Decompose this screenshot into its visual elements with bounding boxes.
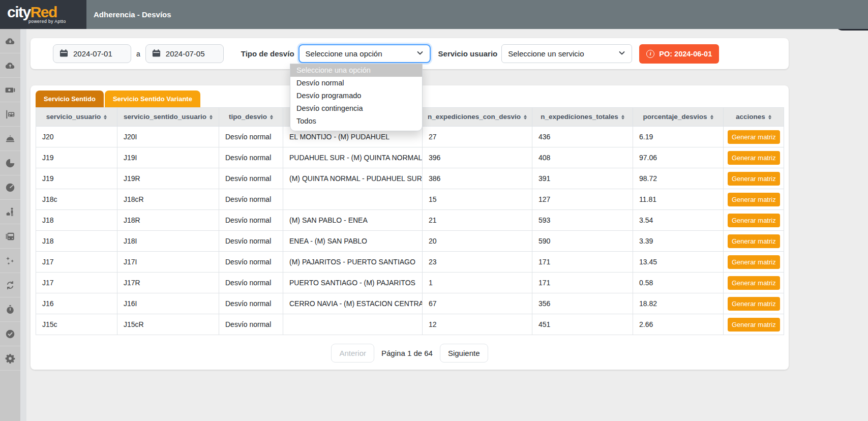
generar-matriz-button[interactable]: Generar matriz — [728, 130, 780, 144]
prev-page-button[interactable]: Anterior — [331, 344, 374, 363]
generar-matriz-button[interactable]: Generar matriz — [728, 255, 780, 269]
sidebar-item-worker[interactable] — [0, 200, 20, 224]
sidebar-item-sparkles[interactable] — [0, 249, 20, 273]
table-cell: 356 — [532, 293, 633, 314]
sidebar-item-sync[interactable] — [0, 273, 20, 297]
table-cell: J16 — [36, 293, 117, 314]
sparkles-icon — [5, 255, 16, 266]
generar-matriz-button[interactable]: Generar matriz — [728, 297, 780, 311]
brand-name: cityRed — [7, 5, 86, 19]
table-cell: 391 — [532, 168, 633, 189]
pagination: Anterior Página 1 de 64 Siguiente — [36, 344, 784, 363]
check-circle-icon — [5, 328, 16, 340]
sort-icon — [104, 113, 107, 122]
desvios-table: servicio_usuarioservicio_sentido_usuario… — [36, 107, 784, 335]
table-cell: 6.19 — [633, 127, 724, 147]
tab-servicio-sentido-variante[interactable]: Servicio Sentido Variante — [105, 91, 200, 107]
sidebar-item-gear[interactable] — [0, 346, 20, 371]
dropdown-option[interactable]: Desvío programado — [290, 89, 422, 102]
table-cell: 0.58 — [633, 273, 724, 293]
table-cell: J18 — [36, 231, 117, 252]
gear-icon — [5, 353, 16, 364]
sidebar-item-gauge[interactable] — [0, 175, 20, 200]
po-badge[interactable]: i PO: 2024-06-01 — [639, 44, 719, 64]
tipo-desvio-label: Tipo de desvío — [241, 49, 294, 58]
table-cell: 11.81 — [633, 189, 724, 210]
column-header-porcentaje_desvios[interactable]: porcentaje_desvios — [633, 108, 724, 127]
bus-stop-icon — [5, 109, 16, 120]
sidebar-item-bus[interactable] — [0, 224, 20, 249]
table-cell: 436 — [532, 127, 633, 147]
table-row: J18J18IDesvío normalENEA - (M) SAN PABLO… — [36, 231, 784, 252]
sidebar-item-check-circle[interactable] — [0, 322, 20, 346]
table-cell: J17 — [36, 273, 117, 293]
next-page-button[interactable]: Siguiente — [440, 344, 488, 363]
sort-icon — [524, 113, 527, 122]
dropdown-option[interactable]: Seleccione una opción — [290, 64, 422, 77]
sort-icon — [768, 113, 771, 122]
table-cell: J20I — [117, 127, 219, 147]
date-to-input[interactable]: 2024-07-05 — [145, 44, 224, 63]
dropdown-option[interactable]: Desvío contingencia — [290, 102, 422, 115]
table-cell: J15c — [36, 314, 117, 335]
table-cell: (M) PAJARITOS - PUERTO SANTIAGO — [283, 252, 423, 273]
table-cell-acciones: Generar matriz — [724, 210, 784, 231]
sidebar-item-stopwatch[interactable] — [0, 297, 20, 322]
generar-matriz-button[interactable]: Generar matriz — [728, 234, 780, 248]
table-cell: PUERTO SANTIAGO - (M) PAJARITOS — [283, 273, 423, 293]
sidebar-item-bus-stop[interactable] — [0, 102, 20, 127]
column-header-servicio_sentido_usuario[interactable]: servicio_sentido_usuario — [117, 108, 219, 127]
sidebar-item-pie-chart[interactable] — [0, 151, 20, 175]
chevron-down-icon — [618, 49, 625, 58]
table-row: J18cJ18cRDesvío normal1512711.81Generar … — [36, 189, 784, 210]
table-cell: 3.39 — [633, 231, 724, 252]
bus-icon — [5, 231, 16, 242]
sidebar-item-cloud-download[interactable] — [0, 29, 20, 53]
table-cell: 13.45 — [633, 252, 724, 273]
info-icon: i — [646, 50, 654, 58]
sort-icon — [209, 113, 213, 122]
table-cell: (M) SAN PABLO - ENEA — [283, 210, 423, 231]
calendar-icon — [152, 49, 161, 59]
scrollbar[interactable] — [20, 29, 26, 421]
sidebar-item-money[interactable] — [0, 78, 20, 102]
table-cell: J18c — [36, 189, 117, 210]
dropdown-option[interactable]: Todos — [290, 115, 422, 128]
page-title: Adherencia - Desvíos — [94, 10, 171, 19]
cloud-upload-icon — [5, 60, 16, 71]
date-from-input[interactable]: 2024-07-01 — [53, 44, 131, 63]
table-cell: 3.54 — [633, 210, 724, 231]
table-cell: Desvío normal — [219, 127, 283, 147]
column-header-tipo_desvio[interactable]: tipo_desvio — [219, 108, 283, 127]
generar-matriz-button[interactable]: Generar matriz — [728, 193, 780, 206]
sidebar-item-dome[interactable] — [0, 127, 20, 151]
column-header-acciones[interactable]: acciones — [724, 108, 784, 127]
table-row: J19J19RDesvío normal(M) QUINTA NORMAL - … — [36, 168, 784, 189]
table-cell: 12 — [423, 314, 532, 335]
table-cell: 18.82 — [633, 293, 724, 314]
column-header-n_expediciones_con_desvio[interactable]: n_expediciones_con_desvio — [423, 108, 532, 127]
sidebar-item-cloud-upload[interactable] — [0, 53, 20, 78]
table-cell: 20 — [423, 231, 532, 252]
generar-matriz-button[interactable]: Generar matriz — [728, 214, 780, 227]
table-cell: 98.72 — [633, 168, 724, 189]
table-cell: 97.06 — [633, 147, 724, 168]
tab-servicio-sentido[interactable]: Servicio Sentido — [36, 91, 104, 107]
table-cell: CERRO NAVIA - (M) ESTACION CENTRAL — [283, 293, 423, 314]
generar-matriz-button[interactable]: Generar matriz — [728, 276, 780, 290]
table-cell-acciones: Generar matriz — [724, 168, 784, 189]
dropdown-option[interactable]: Desvío normal — [290, 77, 422, 89]
tipo-desvio-select[interactable]: Seleccione una opción — [298, 44, 431, 63]
column-header-servicio_usuario[interactable]: servicio_usuario — [36, 108, 117, 127]
table-cell: J17I — [117, 252, 219, 273]
column-header-label: n_expediciones_con_desvio — [428, 113, 521, 121]
generar-matriz-button[interactable]: Generar matriz — [728, 172, 780, 186]
generar-matriz-button[interactable]: Generar matriz — [728, 151, 780, 165]
generar-matriz-button[interactable]: Generar matriz — [728, 318, 780, 332]
servicio-usuario-select[interactable]: Seleccione un servicio — [501, 44, 632, 63]
sidebar — [0, 29, 20, 421]
table-cell: Desvío normal — [219, 210, 283, 231]
worker-icon — [5, 206, 16, 218]
column-header-n_expediciones_totales[interactable]: n_expediciones_totales — [532, 108, 633, 127]
table-row: J15cJ15cRDesvío normal124512.66Generar m… — [36, 314, 784, 335]
